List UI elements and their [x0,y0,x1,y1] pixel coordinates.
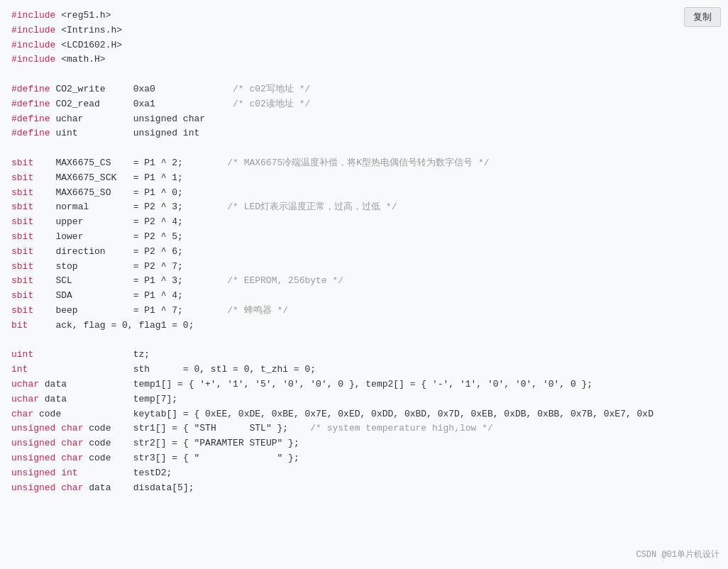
code-line: #include <LCD1602.H> [11,38,717,53]
code-line: uchar data temp1[] = { '+', '1', '5', '0… [11,377,717,392]
empty-line [11,141,717,156]
code-line: char code keytab[] = { 0xEE, 0xDE, 0xBE,… [11,407,717,422]
code-line: int sth = 0, stl = 0, t_zhi = 0; [11,363,717,377]
code-line: sbit MAX6675_SO = P1 ^ 0; [11,186,717,201]
code-line: uchar data temp[7]; [11,392,717,407]
code-line: sbit lower = P2 ^ 5; [11,230,717,245]
code-line: #define uchar unsigned char [11,112,717,127]
empty-line [11,67,717,82]
code-line: unsigned int testD2; [11,466,717,481]
code-line: sbit upper = P2 ^ 4; [11,215,717,230]
code-line: #include <Intrins.h> [11,23,717,38]
code-line: sbit direction = P2 ^ 6; [11,245,717,260]
code-line: sbit SDA = P1 ^ 4; [11,289,717,304]
code-line: sbit normal = P2 ^ 3; /* LED灯表示温度正常，过高，过… [11,200,717,215]
code-line: sbit SCL = P1 ^ 3; /* EEPROM, 256byte */ [11,274,717,289]
code-line: bit ack, flag = 0, flag1 = 0; [11,319,717,333]
code-line: unsigned char code str2[] = { "PARAMTER … [11,436,717,451]
code-line: #define CO2_write 0xa0 /* c02写地址 */ [11,82,717,97]
empty-line [11,333,717,348]
copy-button[interactable]: 复制 [684,7,721,27]
code-line: #define uint unsigned int [11,126,717,141]
code-line: uint tz; [11,348,717,363]
code-block: #include <reg51.h>#include <Intrins.h>#i… [11,9,717,495]
code-line: unsigned char code str1[] = { "STH STL" … [11,421,717,436]
code-line: sbit beep = P1 ^ 7; /* 蜂鸣器 */ [11,304,717,319]
code-line: #define CO2_read 0xa1 /* c02读地址 */ [11,97,717,112]
code-line: unsigned char data disdata[5]; [11,481,717,496]
code-line: unsigned char code str3[] = { " " }; [11,451,717,466]
code-line: sbit MAX6675_SCK = P1 ^ 1; [11,171,717,186]
watermark: CSDN @01单片机设计 [636,548,719,560]
code-line: sbit MAX6675_CS = P1 ^ 2; /* MAX6675冷端温度… [11,156,717,171]
code-line: #include <math.H> [11,53,717,67]
code-line: sbit stop = P2 ^ 7; [11,260,717,275]
code-container: 复制 #include <reg51.h>#include <Intrins.h… [0,0,728,569]
code-line: #include <reg51.h> [11,9,717,23]
